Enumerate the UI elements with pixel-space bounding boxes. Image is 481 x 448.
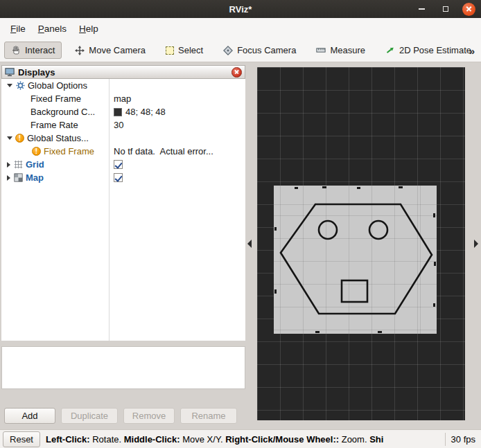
- map-display-icon: [13, 173, 23, 183]
- expand-arrow-icon[interactable]: [7, 84, 12, 87]
- collapse-right-panel-icon[interactable]: [474, 240, 478, 248]
- toolbar: Interact Move Camera Select Focus Camera…: [0, 39, 481, 62]
- statusbar: Reset Left-Click: Rotate. Middle-Click: …: [0, 429, 481, 448]
- measure-tool-button[interactable]: Measure: [309, 42, 372, 59]
- tree-row-global-options[interactable]: Global Options: [1, 79, 245, 92]
- rename-display-button: Rename: [180, 408, 237, 424]
- frame-rate-value[interactable]: 30: [114, 120, 123, 130]
- measure-tool-label: Measure: [330, 45, 365, 55]
- displays-panel-buttons: Add Duplicate Remove Rename: [4, 408, 245, 424]
- select-tool-label: Select: [178, 45, 203, 55]
- displays-monitor-icon: [5, 67, 15, 77]
- grid-display-icon: [13, 160, 23, 170]
- menu-panels[interactable]: Panels: [32, 21, 73, 36]
- titlebar: RViz*: [0, 0, 481, 18]
- occupancy-map: [274, 186, 437, 334]
- window-title: RViz*: [229, 4, 252, 15]
- interact-tool-label: Interact: [25, 45, 55, 55]
- property-name: Background C...: [30, 107, 95, 117]
- global-options-gear-icon: [15, 81, 25, 91]
- property-name: Fixed Frame: [44, 146, 94, 156]
- warning-icon: [32, 147, 41, 156]
- tree-row-fixed-frame[interactable]: Fixed Frame map: [1, 92, 245, 105]
- focus-camera-tool-label: Focus Camera: [237, 45, 296, 55]
- interact-hand-icon: [11, 46, 21, 55]
- expand-arrow-icon[interactable]: [7, 162, 10, 168]
- displays-tree: Global Options Fixed Frame map Backgroun…: [1, 79, 245, 341]
- mouse-hints-text: Left-Click: Rotate. Middle-Click: Move X…: [46, 434, 445, 445]
- focus-camera-icon: [223, 46, 233, 55]
- expand-arrow-icon[interactable]: [7, 136, 12, 140]
- rviz-window: RViz* File Panels Help Interact Move Cam…: [0, 0, 481, 448]
- focus-camera-tool-button[interactable]: Focus Camera: [216, 42, 303, 59]
- move-camera-tool-label: Move Camera: [89, 45, 146, 55]
- render-viewport[interactable]: [257, 67, 465, 420]
- move-camera-tool-button[interactable]: Move Camera: [68, 42, 152, 59]
- map-enabled-checkbox[interactable]: [114, 173, 123, 182]
- display-name: Grid: [26, 159, 44, 170]
- status-message: No tf data. Actual error...: [114, 146, 213, 156]
- minimize-icon: [419, 8, 425, 10]
- maximize-button[interactable]: [439, 3, 452, 16]
- add-display-button[interactable]: Add: [4, 408, 55, 424]
- tree-row-frame-rate[interactable]: Frame Rate 30: [1, 118, 245, 132]
- property-description-panel: [1, 346, 245, 389]
- minimize-button[interactable]: [415, 3, 428, 16]
- reset-button[interactable]: Reset: [3, 431, 40, 447]
- property-name: Fixed Frame: [30, 93, 81, 104]
- tree-column-separator[interactable]: [109, 79, 110, 341]
- display-name: Map: [26, 172, 44, 183]
- fixed-frame-value[interactable]: map: [114, 93, 131, 104]
- fps-counter: 30 fps: [445, 433, 481, 446]
- tree-row-status-fixed-frame[interactable]: Fixed Frame No tf data. Actual error...: [1, 145, 245, 158]
- select-box-icon: [166, 46, 174, 55]
- window-controls: [415, 0, 475, 18]
- menu-help[interactable]: Help: [73, 21, 105, 36]
- expand-arrow-icon[interactable]: [7, 175, 10, 181]
- background-color-value[interactable]: 48; 48; 48: [125, 107, 166, 117]
- menubar: File Panels Help: [0, 18, 481, 39]
- warning-icon: [15, 134, 24, 143]
- pose-estimate-tool-label: 2D Pose Estimate: [399, 45, 471, 55]
- property-name: Global Options: [28, 80, 87, 91]
- tree-row-global-status[interactable]: Global Status...: [1, 132, 245, 145]
- displays-panel-header[interactable]: Displays: [1, 65, 245, 79]
- tree-row-grid-display[interactable]: Grid: [1, 158, 245, 171]
- move-camera-icon: [75, 46, 85, 55]
- select-tool-button[interactable]: Select: [159, 42, 210, 59]
- close-button[interactable]: [462, 3, 475, 16]
- pose-estimate-arrow-icon: [385, 46, 395, 55]
- displays-panel-title: Displays: [18, 67, 231, 78]
- grid-enabled-checkbox[interactable]: [114, 160, 123, 169]
- property-name: Frame Rate: [30, 120, 78, 130]
- remove-display-button: Remove: [123, 408, 175, 424]
- displays-panel-close-button[interactable]: [231, 67, 242, 78]
- property-name: Global Status...: [27, 133, 89, 143]
- collapse-left-panel-icon[interactable]: [247, 240, 252, 248]
- measure-ruler-icon: [316, 46, 326, 55]
- menu-file[interactable]: File: [4, 21, 32, 36]
- maximize-icon: [443, 6, 448, 12]
- tree-row-background-color[interactable]: Background C... 48; 48; 48: [1, 105, 245, 118]
- tree-row-map-display[interactable]: Map: [1, 171, 245, 184]
- duplicate-display-button: Duplicate: [61, 408, 118, 424]
- background-color-swatch[interactable]: [114, 108, 122, 116]
- interact-tool-button[interactable]: Interact: [4, 42, 62, 59]
- toolbar-overflow-button[interactable]: »: [466, 43, 478, 58]
- pose-estimate-tool-button[interactable]: 2D Pose Estimate: [378, 42, 478, 59]
